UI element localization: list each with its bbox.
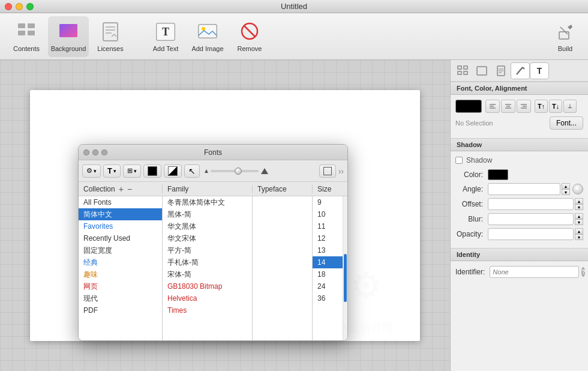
collection-fixed-width[interactable]: 固定宽度: [79, 244, 162, 256]
shadow-opacity-input[interactable]: [488, 228, 574, 240]
panel-doc-icon[interactable]: [491, 62, 511, 79]
svg-rect-24: [458, 71, 461, 74]
family-dongqing[interactable]: 冬青黑体简体中文: [163, 196, 252, 208]
toolbar-background[interactable]: Background: [48, 16, 89, 57]
panel-view-icon[interactable]: [472, 62, 491, 79]
family-gb18030[interactable]: GB18030 Bitmap: [163, 280, 252, 292]
size-up-icon: [261, 168, 268, 174]
panel-pen-icon[interactable]: [511, 62, 530, 79]
text-bigger-btn[interactable]: T↑: [535, 100, 548, 113]
panel-text-icon[interactable]: T: [530, 62, 549, 79]
add-collection-btn[interactable]: +: [119, 184, 124, 194]
family-pingfang[interactable]: 平方-简: [163, 244, 252, 256]
toolbar-add-text[interactable]: T Add Text: [145, 16, 186, 57]
fonts-max[interactable]: [101, 149, 107, 155]
shadow-blur-input[interactable]: [488, 213, 574, 225]
identifier-help-btn[interactable]: ?: [581, 267, 585, 277]
panel-grid-icon[interactable]: [453, 62, 472, 79]
layout-chevron: ▾: [134, 168, 137, 174]
typeface-9[interactable]: [253, 292, 312, 304]
toolbar-build[interactable]: Build: [548, 16, 582, 57]
family-helvetica[interactable]: Helvetica: [163, 292, 252, 304]
shadow-angle-input[interactable]: [488, 183, 560, 195]
typeface-3[interactable]: [253, 220, 312, 232]
typeface-7[interactable]: [253, 268, 312, 280]
collection-fun[interactable]: 趣味: [79, 268, 162, 280]
text-smaller-btn[interactable]: T↓: [549, 100, 562, 113]
fonts-color-btn[interactable]: ⊞ ▾: [123, 164, 141, 178]
collection-all-fonts[interactable]: All Fonts: [79, 196, 162, 208]
shadow-opacity-down[interactable]: ▼: [575, 234, 583, 240]
fonts-bw-swatch-btn[interactable]: [164, 164, 182, 178]
shadow-blur-stepper[interactable]: ▲ ▼: [575, 213, 583, 225]
toolbar-contents[interactable]: Contents: [6, 16, 47, 57]
fonts-close[interactable]: [83, 149, 89, 155]
more-icon[interactable]: ››: [338, 166, 344, 176]
fonts-square-btn[interactable]: [319, 164, 336, 178]
shadow-offset-input[interactable]: [488, 198, 574, 210]
collection-simplified-chinese[interactable]: 简体中文: [79, 208, 162, 220]
toolbar-licenses[interactable]: Licenses: [90, 16, 131, 57]
typeface-10[interactable]: [253, 304, 312, 316]
family-huawen-songti[interactable]: 华文宋体: [163, 232, 252, 244]
shadow-section: Shadow Color: Angle: ▲ ▼ Offset:: [451, 151, 588, 248]
shadow-angle-down[interactable]: ▼: [562, 189, 570, 195]
shadow-blur-up[interactable]: ▲: [575, 213, 583, 219]
shadow-opacity-up[interactable]: ▲: [575, 228, 583, 234]
collection-web[interactable]: 网页: [79, 280, 162, 292]
toolbar-add-image[interactable]: Add Image: [187, 16, 228, 57]
shadow-offset-up[interactable]: ▲: [575, 198, 583, 204]
font-section-header: Font, Color, Alignment: [451, 82, 588, 95]
family-songti[interactable]: 宋体-简: [163, 268, 252, 280]
fonts-min[interactable]: [92, 149, 98, 155]
size-slider-track[interactable]: [211, 170, 259, 172]
fonts-cursor-btn[interactable]: ↖: [184, 164, 200, 178]
size-scrollbar[interactable]: [343, 196, 347, 340]
remove-collection-btn[interactable]: −: [127, 184, 132, 194]
typeface-6[interactable]: [253, 256, 312, 268]
baseline-btn[interactable]: ⊥: [563, 100, 577, 113]
shadow-checkbox[interactable]: [455, 157, 463, 164]
fonts-black-swatch-btn[interactable]: [143, 164, 161, 178]
bw-color-swatch: [168, 166, 178, 176]
typeface-8[interactable]: [253, 280, 312, 292]
collection-modern[interactable]: 现代: [79, 292, 162, 304]
fonts-gear-btn[interactable]: ⚙ ▾: [82, 164, 101, 178]
shadow-angle-dial[interactable]: [572, 184, 583, 195]
shadow-offset-stepper[interactable]: ▲ ▼: [575, 198, 583, 210]
font-button[interactable]: Font...: [550, 116, 583, 130]
align-right-btn[interactable]: [517, 100, 531, 113]
maximize-button[interactable]: [26, 3, 34, 10]
typeface-4[interactable]: [253, 232, 312, 244]
family-shouzhati[interactable]: 手札体-简: [163, 256, 252, 268]
fonts-text-btn[interactable]: T ▾: [103, 164, 121, 178]
align-left-btn[interactable]: [485, 100, 500, 113]
collection-recently-used[interactable]: Recently Used: [79, 232, 162, 244]
collection-favorites[interactable]: Favorites: [79, 220, 162, 232]
typeface-1[interactable]: [253, 196, 312, 208]
shadow-offset-row: Offset: ▲ ▼: [455, 198, 583, 210]
close-button[interactable]: [5, 3, 12, 10]
shadow-offset-down[interactable]: ▼: [575, 204, 583, 210]
canvas-area[interactable]: Fonts ⚙ ▾ T ▾ ⊞ ▾: [0, 60, 450, 371]
family-times[interactable]: Times: [163, 304, 252, 316]
shadow-color-swatch[interactable]: [488, 169, 508, 180]
collection-pdf[interactable]: PDF: [79, 304, 162, 316]
toolbar-remove[interactable]: Remove: [229, 16, 270, 57]
collection-classic[interactable]: 经典: [79, 256, 162, 268]
typeface-5[interactable]: [253, 244, 312, 256]
typeface-column: [253, 196, 313, 340]
shadow-angle-stepper[interactable]: ▲ ▼: [562, 183, 570, 195]
family-huawen-heitibody[interactable]: 华文黑体: [163, 220, 252, 232]
align-center-btn[interactable]: [501, 100, 515, 113]
typeface-2[interactable]: [253, 208, 312, 220]
identity-section-header: Identity: [451, 248, 588, 261]
shadow-opacity-stepper[interactable]: ▲ ▼: [575, 228, 583, 240]
shadow-blur-down[interactable]: ▼: [575, 219, 583, 225]
family-heiti[interactable]: 黑体-简: [163, 208, 252, 220]
font-color-swatch[interactable]: [455, 100, 482, 113]
minimize-button[interactable]: [16, 3, 23, 10]
identifier-input[interactable]: [490, 266, 579, 278]
shadow-angle-up[interactable]: ▲: [562, 183, 570, 189]
identifier-row: Identifier: ?: [455, 266, 583, 278]
